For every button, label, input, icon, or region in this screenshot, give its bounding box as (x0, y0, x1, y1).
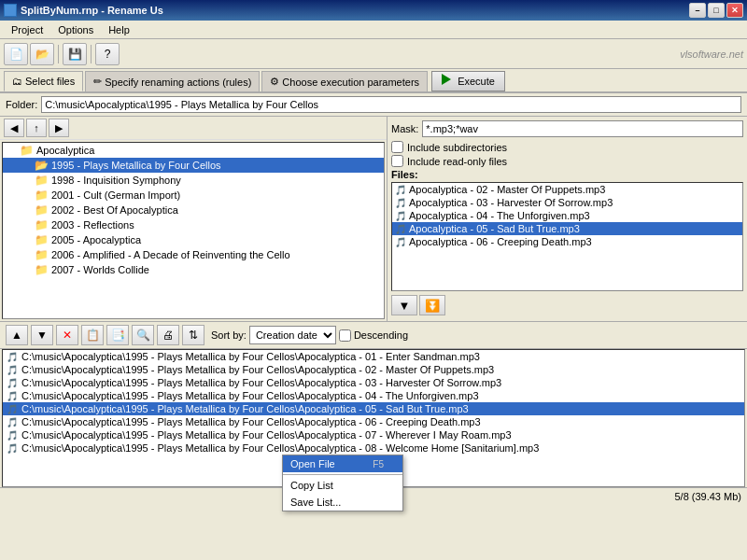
title-bar-text: SplitByNum.rnp - Rename Us (21, 5, 163, 16)
file-label-2: Apocalyptica - 04 - The Unforgiven.mp3 (409, 210, 590, 221)
file-tree-panel: ◀ ↑ ▶ 📁 Apocalyptica 📂 1995 - Plays Meta… (0, 117, 388, 321)
menu-options[interactable]: Options (50, 22, 101, 37)
list-label-7: C:\music\Apocalyptica\1995 - Plays Metal… (21, 442, 539, 454)
menu-help[interactable]: Help (101, 22, 137, 37)
close-button[interactable]: ✕ (726, 3, 743, 18)
tab-specify-icon: ✏ (93, 76, 102, 88)
maximize-button[interactable]: □ (708, 3, 725, 18)
list-item-1[interactable]: 🎵 C:\music\Apocalyptica\1995 - Plays Met… (3, 363, 744, 376)
tree-item-3[interactable]: 📁 2002 - Best Of Apocalyptica (3, 203, 384, 217)
sort-select[interactable]: Creation date Name Extension Size Modifi… (249, 326, 336, 344)
folder-icon-5: 📁 (35, 233, 49, 246)
move-up-list-button[interactable]: ▲ (6, 325, 28, 345)
tree-item-4[interactable]: 📁 2003 - Reflections (3, 217, 384, 232)
folder-label: Folder: (6, 99, 37, 110)
tree-item-2[interactable]: 📁 2001 - Cult (German Import) (3, 188, 384, 203)
list-item-5[interactable]: 🎵 C:\music\Apocalyptica\1995 - Plays Met… (3, 415, 744, 428)
ctx-copy-list[interactable]: Copy List (283, 477, 402, 494)
include-subdirs-label: Include subdirectories (407, 142, 507, 153)
tree-item-7[interactable]: 📁 2007 - Worlds Collide (3, 262, 384, 277)
tab-select-files-icon: 🗂 (12, 76, 22, 87)
back-button[interactable]: ◀ (4, 119, 24, 137)
file-item-2[interactable]: 🎵 Apocalyptica - 04 - The Unforgiven.mp3 (392, 209, 742, 222)
include-subdirs-checkbox[interactable] (391, 141, 403, 153)
tree-item-label-7: 2007 - Worlds Collide (51, 264, 149, 275)
open-button[interactable]: 📂 (30, 43, 54, 65)
file-label-1: Apocalyptica - 03 - Harvester Of Sorrow.… (409, 197, 613, 208)
list-item-4[interactable]: 🎵 C:\music\Apocalyptica\1995 - Plays Met… (3, 402, 744, 415)
move-down-button[interactable]: ▼ (391, 295, 417, 315)
tab-specify-renaming[interactable]: ✏ Specify renaming actions (rules) (85, 71, 260, 91)
forward-button[interactable]: ▶ (49, 119, 69, 137)
list-item-0[interactable]: 🎵 C:\music\Apocalyptica\1995 - Plays Met… (3, 350, 744, 363)
mask-label: Mask: (391, 123, 418, 134)
up-button[interactable]: ↑ (26, 119, 47, 137)
list-icon-1: 🎵 (7, 365, 18, 375)
tree-root[interactable]: 📁 Apocalyptica (3, 143, 384, 158)
ctx-copy-label: Copy List (290, 480, 333, 491)
sort-direction-button[interactable]: ⇅ (182, 325, 204, 345)
ctx-open-label: Open File (290, 458, 335, 469)
list-item-2[interactable]: 🎵 C:\music\Apocalyptica\1995 - Plays Met… (3, 376, 744, 389)
tab-select-files[interactable]: 🗂 Select files (4, 71, 83, 91)
tree-item-label-1: 1998 - Inquisition Symphony (51, 175, 181, 186)
include-readonly-label: Include read-only files (407, 156, 507, 167)
save-button[interactable]: 💾 (63, 43, 87, 65)
move-down-end-button[interactable]: ⏬ (419, 295, 445, 315)
add-button[interactable]: 📋 (81, 325, 104, 345)
tab-specify-label: Specify renaming actions (rules) (105, 77, 251, 88)
list-label-3: C:\music\Apocalyptica\1995 - Plays Metal… (21, 390, 479, 401)
descending-checkbox[interactable] (339, 329, 351, 342)
tree-item-5[interactable]: 📁 2005 - Apocalyptica (3, 232, 384, 247)
status-text: 5/8 (39.43 Mb) (674, 491, 741, 502)
file-item-3[interactable]: 🎵 Apocalyptica - 05 - Sad But True.mp3 (392, 222, 742, 235)
list-item-7[interactable]: 🎵 C:\music\Apocalyptica\1995 - Plays Met… (3, 441, 744, 455)
list-icon-7: 🎵 (7, 443, 18, 454)
find-button[interactable]: 🔍 (132, 325, 154, 345)
tree-view[interactable]: 📁 Apocalyptica 📂 1995 - Plays Metallica … (2, 142, 385, 319)
play-icon (442, 74, 451, 85)
tree-item-label-5: 2005 - Apocalyptica (51, 234, 141, 245)
tab-execution-params[interactable]: ⚙ Choose execution parameters (261, 71, 428, 91)
bottom-toolbar: ▲ ▼ ✕ 📋 📑 🔍 🖨 ⇅ Sort by: Creation date N… (0, 322, 747, 349)
ctx-save-label: Save List... (290, 497, 341, 508)
folder-icon-4: 📁 (35, 218, 49, 231)
include-readonly-checkbox[interactable] (391, 155, 403, 167)
folder-icon-2: 📁 (35, 189, 49, 202)
menu-project[interactable]: Project (4, 22, 50, 37)
copy-button[interactable]: 📑 (106, 325, 129, 345)
mask-input[interactable] (422, 120, 743, 137)
file-item-4[interactable]: 🎵 Apocalyptica - 06 - Creeping Death.mp3 (392, 235, 742, 248)
list-item-3[interactable]: 🎵 C:\music\Apocalyptica\1995 - Plays Met… (3, 389, 744, 402)
new-button[interactable]: 📄 (4, 43, 28, 65)
tree-item-0[interactable]: 📂 1995 - Plays Metallica by Four Cellos (3, 158, 384, 173)
print-button[interactable]: 🖨 (157, 325, 179, 345)
folder-input[interactable] (41, 96, 741, 113)
file-item-0[interactable]: 🎵 Apocalyptica - 02 - Master Of Puppets.… (392, 183, 742, 196)
list-item-6[interactable]: 🎵 C:\music\Apocalyptica\1995 - Plays Met… (3, 428, 744, 441)
menu-bar: Project Options Help (0, 21, 747, 39)
remove-button[interactable]: ✕ (56, 325, 78, 345)
tab-select-files-label: Select files (25, 76, 75, 87)
files-label: Files: (391, 169, 743, 180)
execute-button[interactable]: Execute (431, 71, 505, 91)
ctx-open-shortcut: F5 (373, 459, 384, 469)
vlsoftware-label: vlsoftware.net (680, 49, 743, 60)
ctx-save-list[interactable]: Save List... (283, 494, 402, 511)
files-list[interactable]: 🎵 Apocalyptica - 02 - Master Of Puppets.… (391, 182, 743, 291)
tree-item-1[interactable]: 📁 1998 - Inquisition Symphony (3, 173, 384, 188)
list-label-1: C:\music\Apocalyptica\1995 - Plays Metal… (21, 364, 494, 375)
ctx-open-file[interactable]: Open File F5 (283, 455, 402, 472)
list-label-2: C:\music\Apocalyptica\1995 - Plays Metal… (21, 377, 501, 388)
execute-label: Execute (458, 76, 495, 87)
toolbar: 📄 📂 💾 ? vlsoftware.net (0, 39, 747, 69)
file-icon-1: 🎵 (395, 198, 406, 208)
move-down-list-button[interactable]: ▼ (31, 325, 53, 345)
help-button[interactable]: ? (95, 43, 120, 65)
file-item-1[interactable]: 🎵 Apocalyptica - 03 - Harvester Of Sorro… (392, 196, 742, 209)
file-label-4: Apocalyptica - 06 - Creeping Death.mp3 (409, 236, 592, 247)
folder-icon-0: 📂 (35, 159, 49, 172)
tree-item-6[interactable]: 📁 2006 - Amplified - A Decade of Reinven… (3, 247, 384, 262)
app-icon (4, 4, 17, 17)
minimize-button[interactable]: – (689, 3, 706, 18)
